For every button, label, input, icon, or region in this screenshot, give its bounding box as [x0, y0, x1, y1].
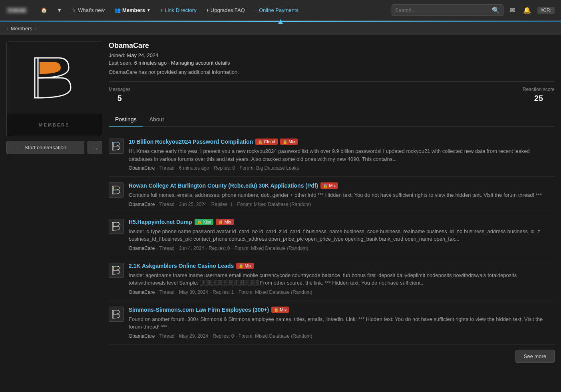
posting-forum[interactable]: Forum: Big Database Leaks [240, 165, 299, 171]
posting-title[interactable]: H5.Happyinfo.net Dump🔒 Xlsx🔒 Mix [129, 219, 555, 225]
see-more-bar: See more [109, 345, 555, 368]
posting-preview: Found on another forum. 300+ Simmons & S… [129, 315, 555, 331]
posting-meta: ObamaCare · Thread · Jun 25, 2024 · Repl… [129, 202, 555, 207]
sidebar: MEMBERS Start conversation ... [6, 42, 102, 368]
posting-avatar [109, 263, 124, 278]
avatar-box: MEMBERS [6, 42, 102, 136]
lock-icon: 🔒 [197, 220, 202, 224]
breadcrumb-chevron-right: › [35, 25, 37, 32]
posting-author[interactable]: ObamaCare [129, 289, 155, 295]
reaction-score-label: Reaction score [523, 87, 555, 92]
meta-dot-2: · [176, 202, 177, 207]
nav-dropdown-arrow[interactable]: ▼ [53, 5, 66, 16]
search-input[interactable] [395, 7, 492, 13]
posting-type[interactable]: Thread [159, 333, 175, 339]
lock-icon: 🔒 [239, 263, 243, 268]
tag-mix: 🔒 Mix [280, 139, 298, 145]
posting-date: 6 minutes ago [179, 165, 209, 171]
breadcrumb-members[interactable]: Members [11, 26, 32, 32]
posting-title[interactable]: Rowan College At Burlington County (Rcbc… [129, 182, 555, 189]
people-icon: 👥 [114, 7, 121, 13]
nav-online-payments-label: + Online Payments [255, 7, 298, 13]
nav-upgrades-faq[interactable]: + Upgrades FAQ [202, 5, 249, 16]
posting-meta: ObamaCare · Thread · May 30, 2024 · Repl… [129, 289, 555, 295]
tab-about[interactable]: About [143, 113, 171, 127]
breadcrumb-chevron-left: › [6, 25, 8, 32]
meta-dot-3: · [210, 333, 211, 339]
lock-icon: 🔒 [274, 307, 279, 312]
meta-dot-1: · [156, 333, 157, 339]
nav-whats-new[interactable]: ☆ What's new [68, 5, 109, 16]
tag-mix: 🔒 Mix [271, 307, 289, 313]
members-dropdown-icon: ▼ [147, 8, 151, 12]
logo[interactable]: FORUM [6, 7, 27, 14]
svg-rect-17 [113, 311, 114, 314]
notifications-icon[interactable]: 🔔 [521, 5, 533, 16]
posting-forum[interactable]: Forum: Mixed Database (Random) [239, 289, 312, 295]
joined-date: May 24, 2024 [127, 52, 159, 58]
posting-replies: Replies: 0 [209, 245, 230, 251]
postings-list: 10 Billion Rockyou2024 Password Compilat… [109, 133, 555, 345]
meta-dot-2: · [176, 245, 177, 251]
svg-rect-14 [113, 267, 114, 270]
meta-dot-1: · [156, 289, 157, 295]
stat-reaction-score: Reaction score 25 [523, 87, 555, 103]
posting-type[interactable]: Thread [159, 165, 175, 171]
last-seen-label: Last seen: [109, 60, 133, 66]
posting-author[interactable]: ObamaCare [129, 202, 155, 207]
lock-icon: 🔒 [218, 220, 223, 224]
search-icon[interactable]: 🔍 [492, 6, 500, 14]
posting-title[interactable]: Simmons-Simmons.com Law Firm Employees (… [129, 307, 555, 313]
posting-type[interactable]: Thread [159, 245, 175, 251]
posting-avatar [109, 219, 124, 234]
search-container[interactable]: 🔍 [392, 4, 503, 16]
start-conversation-button[interactable]: Start conversation [6, 141, 84, 154]
tag-mix: 🔒 Mix [236, 263, 254, 269]
avatar-banner: MEMBERS [7, 114, 102, 136]
posting-forum[interactable]: Forum: Mixed Database (Random) [235, 245, 308, 251]
posting-forum[interactable]: Forum: Mixed Database (Random) [239, 333, 312, 339]
stat-messages: Messages 5 [109, 87, 131, 103]
nav-online-payments[interactable]: + Online Payments [251, 5, 302, 16]
posting-item: Rowan College At Burlington County (Rcbc… [109, 177, 555, 213]
tag-mix: 🔒 Mix [320, 182, 338, 189]
posting-author[interactable]: ObamaCare [129, 333, 155, 339]
posting-author[interactable]: ObamaCare [129, 245, 155, 251]
posting-title[interactable]: 2.1K Askgamblers Online Casino Leads🔒 Mi… [129, 263, 555, 269]
messages-icon[interactable]: ✉ [508, 5, 517, 16]
joined-label: Joined: [109, 52, 125, 58]
posting-type[interactable]: Thread [159, 289, 175, 295]
posting-author[interactable]: ObamaCare [129, 165, 155, 171]
stats-row: Messages 5 Reaction score 25 [109, 81, 555, 108]
meta-dot-3: · [209, 202, 210, 207]
posting-meta: ObamaCare · Thread · 6 minutes ago · Rep… [129, 165, 555, 171]
tab-postings[interactable]: Postings [109, 113, 143, 127]
meta-dot-1: · [156, 165, 157, 171]
meta-dot-4: · [237, 165, 238, 171]
cr-badge[interactable]: #CR: [537, 7, 555, 14]
see-more-button[interactable]: See more [515, 350, 555, 363]
meta-dot-3: · [211, 165, 212, 171]
avatar-b-icon [111, 309, 121, 319]
svg-rect-5 [113, 143, 114, 146]
nav-links: 🏠 ▼ ☆ What's new 👥 Members ▼ + Link Dire… [37, 5, 391, 16]
meta-dot-4: · [236, 333, 237, 339]
meta-dot-4: · [232, 245, 233, 251]
nav-link-directory[interactable]: + Link Directory [156, 5, 201, 16]
posting-preview: Contains full names, emails, addresses, … [129, 191, 555, 199]
posting-replies: Replies: 1 [211, 202, 233, 207]
nav-home[interactable]: 🏠 [37, 5, 51, 16]
main-layout: MEMBERS Start conversation ... ObamaCare… [0, 35, 561, 374]
profile-tabs: Postings About [109, 113, 555, 127]
avatar-b-icon [111, 265, 121, 275]
avatar-b-icon [111, 185, 121, 195]
posting-title[interactable]: 10 Billion Rockyou2024 Password Compilat… [129, 139, 555, 145]
meta-dot-4: · [236, 289, 237, 295]
home-icon: 🏠 [41, 7, 47, 13]
posting-forum[interactable]: Forum: Mixed Database (Random) [237, 202, 311, 207]
nav-members[interactable]: 👥 Members ▼ [110, 5, 155, 16]
more-options-button[interactable]: ... [88, 141, 102, 154]
posting-type[interactable]: Thread [159, 202, 175, 207]
posting-replies: Replies: 0 [213, 333, 234, 339]
posting-replies: Replies: 1 [213, 289, 234, 295]
